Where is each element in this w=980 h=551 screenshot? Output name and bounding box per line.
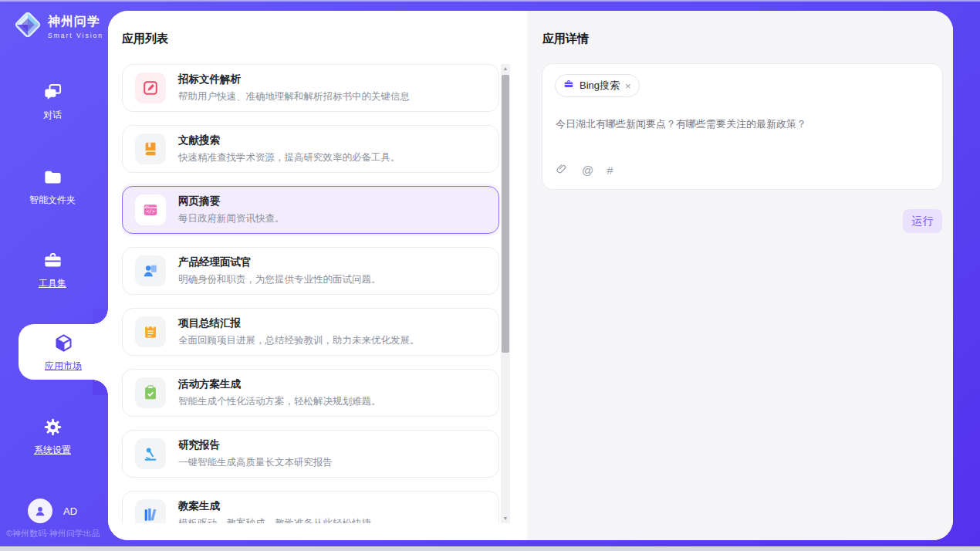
app-list-viewport: 招标文件解析 帮助用户快速、准确地理解和解析招标书中的关键信息 文献搜索 快速精… xyxy=(122,64,499,523)
book-icon xyxy=(135,134,166,164)
query-text[interactable]: 今日湖北有哪些新闻要点？有哪些需要关注的最新政策？ xyxy=(556,117,930,131)
brand-logo: 神州问学 Smart Vision xyxy=(12,9,103,43)
app-card-title: 项目总结汇报 xyxy=(178,316,420,330)
scrollbar-thumb[interactable] xyxy=(502,75,509,353)
window-top-edge xyxy=(0,0,980,2)
app-card-desc: 智能生成个性化活动方案，轻松解决规划难题。 xyxy=(178,395,381,408)
books-icon xyxy=(135,499,166,523)
app-card-desc: 快速精准查找学术资源，提高研究效率的必备工具。 xyxy=(178,151,400,164)
app-card-desc: 一键智能生成高质量长文本研究报告 xyxy=(178,456,333,469)
app-card-desc: 模板驱动，教案秒成，教学准备从此轻松快捷 xyxy=(178,517,371,523)
app-card[interactable]: 项目总结汇报 全面回顾项目进展，总结经验教训，助力未来优化发展。 xyxy=(122,308,499,356)
app-card-desc: 明确身份和职责，为您提供专业性的面试问题。 xyxy=(178,273,381,286)
user-initials: AD xyxy=(63,505,77,517)
window-bottom-edge xyxy=(0,546,980,551)
app-list-pane: 应用列表 招标文件解析 帮助用户快速、准确地理解和解析招标书中的关键信息 文献搜… xyxy=(108,11,527,540)
app-card-title: 文献搜索 xyxy=(178,134,400,147)
app-card[interactable]: 活动方案生成 智能生成个性化活动方案，轻松解决规划难题。 xyxy=(122,369,499,417)
pen-square-icon xyxy=(135,73,166,103)
run-button[interactable]: 运行 xyxy=(903,209,942,233)
app-card[interactable]: 研究报告 一键智能生成高质量长文本研究报告 xyxy=(122,430,499,478)
brand-subtitle: Smart Vision xyxy=(48,32,103,39)
gear-icon xyxy=(0,417,105,440)
sidebar-item-settings[interactable]: 系统设置 xyxy=(0,417,105,457)
avatar xyxy=(28,499,52,523)
app-window: 神州问学 Smart Vision 对话 智能文件夹 xyxy=(0,0,980,551)
paperclip-icon[interactable] xyxy=(556,162,569,178)
briefcase-icon xyxy=(563,79,574,93)
scroll-down-icon[interactable]: ▼ xyxy=(501,514,510,523)
app-card-desc: 全面回顾项目进展，总结经验教训，助力未来优化发展。 xyxy=(178,334,420,347)
brand-name: 神州问学 xyxy=(48,14,103,30)
app-card-title: 网页摘要 xyxy=(178,194,285,208)
app-card[interactable]: 文献搜索 快速精准查找学术资源，提高研究效率的必备工具。 xyxy=(122,125,499,173)
app-card[interactable]: 教案生成 模板驱动，教案秒成，教学准备从此轻松快捷 xyxy=(122,491,499,523)
sidebar-item-app-market[interactable]: 应用市场 xyxy=(19,324,108,380)
diamond-logo-icon xyxy=(12,9,43,43)
prompt-card: Bing搜索 × 今日湖北有哪些新闻要点？有哪些需要关注的最新政策？ @ # xyxy=(542,63,943,190)
app-list-title: 应用列表 xyxy=(122,32,168,46)
clipboard-check-icon xyxy=(135,377,166,408)
notepad-icon xyxy=(135,316,166,347)
svg-text:</>: </> xyxy=(146,208,155,215)
main-panel: 应用列表 招标文件解析 帮助用户快速、准确地理解和解析招标书中的关键信息 文献搜… xyxy=(108,11,953,540)
chip-close-icon[interactable]: × xyxy=(625,81,631,91)
app-card[interactable]: 产品经理面试官 明确身份和职责，为您提供专业性的面试问题。 xyxy=(122,247,499,295)
app-card-title: 招标文件解析 xyxy=(178,73,410,86)
sidebar: 神州问学 Smart Vision 对话 智能文件夹 xyxy=(0,0,108,551)
cube-icon xyxy=(19,333,108,356)
microscope-icon xyxy=(135,438,166,469)
copyright-text: ©神州数码·神州问学出品 xyxy=(6,528,108,539)
tool-chip-bing-search[interactable]: Bing搜索 × xyxy=(555,74,640,97)
app-list-scrollbar[interactable]: ▲ ▼ xyxy=(501,64,510,523)
hash-icon[interactable]: # xyxy=(607,164,613,177)
sidebar-item-toolset[interactable]: 工具集 xyxy=(0,250,105,290)
user-account[interactable]: AD xyxy=(28,499,77,523)
scroll-up-icon[interactable]: ▲ xyxy=(501,64,510,73)
sidebar-item-chat[interactable]: 对话 xyxy=(0,82,105,122)
tool-chip-label: Bing搜索 xyxy=(580,79,620,93)
app-detail-pane: 应用详情 Bing搜索 × 今日湖北有哪些新闻要点？有哪些需要关注的最新政策？ xyxy=(527,11,953,540)
folder-icon xyxy=(0,167,105,190)
app-card[interactable]: </> 网页摘要 每日政府新闻资讯快查。 xyxy=(122,186,499,234)
chat-icon xyxy=(0,82,105,105)
app-detail-title: 应用详情 xyxy=(542,32,589,46)
person-doc-icon xyxy=(135,255,166,286)
sidebar-item-smart-folder[interactable]: 智能文件夹 xyxy=(0,167,105,207)
mention-icon[interactable]: @ xyxy=(582,164,593,177)
toolbox-icon xyxy=(0,250,105,273)
composer-toolbar: @ # xyxy=(556,162,613,178)
app-card-title: 研究报告 xyxy=(178,438,333,452)
app-card-title: 产品经理面试官 xyxy=(178,255,381,269)
app-card-desc: 帮助用户快速、准确地理解和解析招标书中的关键信息 xyxy=(178,90,410,103)
app-card[interactable]: 招标文件解析 帮助用户快速、准确地理解和解析招标书中的关键信息 xyxy=(122,64,499,112)
app-card-desc: 每日政府新闻资讯快查。 xyxy=(178,212,285,225)
browser-code-icon: </> xyxy=(135,194,166,225)
app-card-title: 教案生成 xyxy=(178,499,371,513)
app-card-title: 活动方案生成 xyxy=(178,377,381,391)
